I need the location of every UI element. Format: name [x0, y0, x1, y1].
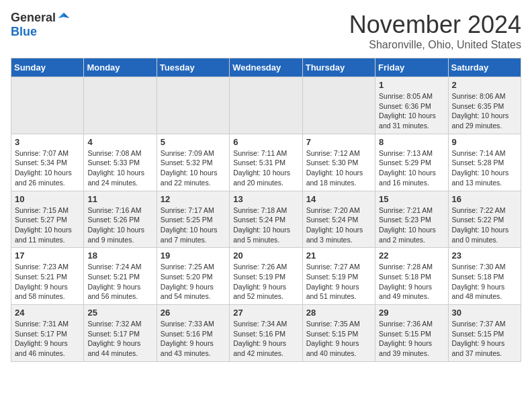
calendar-cell: 21Sunrise: 7:27 AM Sunset: 5:19 PM Dayli… — [302, 248, 375, 305]
weekday-header-wednesday: Wednesday — [230, 58, 302, 77]
day-info: Sunrise: 7:26 AM Sunset: 5:19 PM Dayligh… — [233, 262, 298, 302]
calendar-cell: 23Sunrise: 7:30 AM Sunset: 5:18 PM Dayli… — [448, 248, 521, 305]
day-number: 5 — [161, 137, 226, 147]
day-number: 19 — [161, 250, 226, 261]
header: General Blue November 2024 Sharonville, … — [11, 11, 521, 51]
day-number: 1 — [379, 80, 444, 90]
calendar-cell: 18Sunrise: 7:24 AM Sunset: 5:21 PM Dayli… — [84, 248, 157, 305]
calendar-cell: 30Sunrise: 7:37 AM Sunset: 5:15 PM Dayli… — [448, 305, 521, 362]
calendar-cell: 11Sunrise: 7:16 AM Sunset: 5:26 PM Dayli… — [84, 191, 157, 248]
calendar-cell: 29Sunrise: 7:36 AM Sunset: 5:15 PM Dayli… — [375, 305, 448, 362]
day-number: 3 — [15, 137, 80, 147]
calendar-cell: 10Sunrise: 7:15 AM Sunset: 5:27 PM Dayli… — [11, 191, 84, 248]
calendar-cell: 9Sunrise: 7:14 AM Sunset: 5:28 PM Daylig… — [448, 134, 521, 191]
day-info: Sunrise: 7:31 AM Sunset: 5:17 PM Dayligh… — [15, 319, 80, 359]
day-info: Sunrise: 7:08 AM Sunset: 5:33 PM Dayligh… — [87, 148, 152, 188]
calendar-cell: 8Sunrise: 7:13 AM Sunset: 5:29 PM Daylig… — [375, 134, 448, 191]
day-info: Sunrise: 7:09 AM Sunset: 5:32 PM Dayligh… — [161, 148, 226, 188]
day-number: 18 — [87, 250, 152, 261]
calendar-cell: 16Sunrise: 7:22 AM Sunset: 5:22 PM Dayli… — [448, 191, 521, 248]
day-info: Sunrise: 7:25 AM Sunset: 5:20 PM Dayligh… — [161, 262, 226, 302]
day-info: Sunrise: 7:24 AM Sunset: 5:21 PM Dayligh… — [87, 262, 152, 302]
day-info: Sunrise: 8:06 AM Sunset: 6:35 PM Dayligh… — [452, 91, 517, 131]
calendar-cell: 28Sunrise: 7:35 AM Sunset: 5:15 PM Dayli… — [302, 305, 375, 362]
day-info: Sunrise: 7:27 AM Sunset: 5:19 PM Dayligh… — [306, 262, 371, 302]
day-number: 25 — [87, 308, 152, 318]
day-info: Sunrise: 7:17 AM Sunset: 5:25 PM Dayligh… — [161, 205, 226, 245]
calendar-cell: 19Sunrise: 7:25 AM Sunset: 5:20 PM Dayli… — [157, 248, 229, 305]
calendar-cell: 3Sunrise: 7:07 AM Sunset: 5:34 PM Daylig… — [11, 134, 84, 191]
calendar-cell: 22Sunrise: 7:28 AM Sunset: 5:18 PM Dayli… — [375, 248, 448, 305]
weekday-header-friday: Friday — [375, 58, 448, 77]
day-number: 10 — [15, 194, 80, 204]
day-number: 29 — [379, 308, 444, 318]
day-info: Sunrise: 7:36 AM Sunset: 5:15 PM Dayligh… — [379, 319, 444, 359]
logo-icon — [57, 11, 71, 25]
calendar-cell: 14Sunrise: 7:20 AM Sunset: 5:24 PM Dayli… — [302, 191, 375, 248]
logo-general-text: General — [11, 11, 56, 25]
day-number: 28 — [306, 308, 371, 318]
day-number: 7 — [306, 137, 371, 147]
day-number: 30 — [452, 308, 517, 318]
title-area: November 2024 Sharonville, Ohio, United … — [349, 11, 521, 51]
day-number: 22 — [379, 250, 444, 261]
day-info: Sunrise: 7:34 AM Sunset: 5:16 PM Dayligh… — [233, 319, 298, 359]
day-number: 6 — [233, 137, 298, 147]
day-info: Sunrise: 7:18 AM Sunset: 5:24 PM Dayligh… — [233, 205, 298, 245]
day-number: 27 — [233, 308, 298, 318]
calendar-cell: 7Sunrise: 7:12 AM Sunset: 5:30 PM Daylig… — [302, 134, 375, 191]
weekday-header-tuesday: Tuesday — [157, 58, 229, 77]
day-info: Sunrise: 7:21 AM Sunset: 5:23 PM Dayligh… — [379, 205, 444, 245]
day-info: Sunrise: 7:20 AM Sunset: 5:24 PM Dayligh… — [306, 205, 371, 245]
month-title: November 2024 — [349, 11, 521, 39]
calendar-cell — [230, 77, 302, 134]
calendar-cell: 26Sunrise: 7:33 AM Sunset: 5:16 PM Dayli… — [157, 305, 229, 362]
calendar-cell — [11, 77, 84, 134]
calendar-cell: 15Sunrise: 7:21 AM Sunset: 5:23 PM Dayli… — [375, 191, 448, 248]
calendar-week-row: 3Sunrise: 7:07 AM Sunset: 5:34 PM Daylig… — [11, 134, 521, 191]
day-info: Sunrise: 7:23 AM Sunset: 5:21 PM Dayligh… — [15, 262, 80, 302]
logo: General Blue — [11, 11, 71, 39]
day-number: 4 — [87, 137, 152, 147]
weekday-header-monday: Monday — [84, 58, 157, 77]
day-info: Sunrise: 7:32 AM Sunset: 5:17 PM Dayligh… — [87, 319, 152, 359]
calendar-cell — [302, 77, 375, 134]
calendar-cell — [84, 77, 157, 134]
day-info: Sunrise: 7:33 AM Sunset: 5:16 PM Dayligh… — [161, 319, 226, 359]
day-number: 21 — [306, 250, 371, 261]
day-number: 17 — [15, 250, 80, 261]
day-number: 24 — [15, 308, 80, 318]
day-info: Sunrise: 7:13 AM Sunset: 5:29 PM Dayligh… — [379, 148, 444, 188]
calendar-cell: 24Sunrise: 7:31 AM Sunset: 5:17 PM Dayli… — [11, 305, 84, 362]
day-info: Sunrise: 8:05 AM Sunset: 6:36 PM Dayligh… — [379, 91, 444, 131]
calendar-cell: 12Sunrise: 7:17 AM Sunset: 5:25 PM Dayli… — [157, 191, 229, 248]
calendar-week-row: 17Sunrise: 7:23 AM Sunset: 5:21 PM Dayli… — [11, 248, 521, 305]
day-number: 13 — [233, 194, 298, 204]
calendar-cell: 6Sunrise: 7:11 AM Sunset: 5:31 PM Daylig… — [230, 134, 302, 191]
calendar-cell: 4Sunrise: 7:08 AM Sunset: 5:33 PM Daylig… — [84, 134, 157, 191]
calendar-week-row: 24Sunrise: 7:31 AM Sunset: 5:17 PM Dayli… — [11, 305, 521, 362]
day-info: Sunrise: 7:15 AM Sunset: 5:27 PM Dayligh… — [15, 205, 80, 245]
weekday-header-sunday: Sunday — [11, 58, 84, 77]
calendar-cell — [157, 77, 229, 134]
day-info: Sunrise: 7:12 AM Sunset: 5:30 PM Dayligh… — [306, 148, 371, 188]
day-number: 26 — [161, 308, 226, 318]
day-number: 16 — [452, 194, 517, 204]
calendar-cell: 17Sunrise: 7:23 AM Sunset: 5:21 PM Dayli… — [11, 248, 84, 305]
weekday-header-thursday: Thursday — [302, 58, 375, 77]
calendar-cell: 5Sunrise: 7:09 AM Sunset: 5:32 PM Daylig… — [157, 134, 229, 191]
day-number: 20 — [233, 250, 298, 261]
calendar-cell: 1Sunrise: 8:05 AM Sunset: 6:36 PM Daylig… — [375, 77, 448, 134]
weekday-header-saturday: Saturday — [448, 58, 521, 77]
day-info: Sunrise: 7:14 AM Sunset: 5:28 PM Dayligh… — [452, 148, 517, 188]
calendar-cell: 2Sunrise: 8:06 AM Sunset: 6:35 PM Daylig… — [448, 77, 521, 134]
logo-blue-text: Blue — [11, 25, 37, 39]
day-number: 14 — [306, 194, 371, 204]
location-title: Sharonville, Ohio, United States — [349, 39, 521, 51]
day-info: Sunrise: 7:11 AM Sunset: 5:31 PM Dayligh… — [233, 148, 298, 188]
day-info: Sunrise: 7:07 AM Sunset: 5:34 PM Dayligh… — [15, 148, 80, 188]
calendar-table: SundayMondayTuesdayWednesdayThursdayFrid… — [11, 58, 521, 362]
calendar-week-row: 1Sunrise: 8:05 AM Sunset: 6:36 PM Daylig… — [11, 77, 521, 134]
calendar-cell: 20Sunrise: 7:26 AM Sunset: 5:19 PM Dayli… — [230, 248, 302, 305]
day-number: 11 — [87, 194, 152, 204]
